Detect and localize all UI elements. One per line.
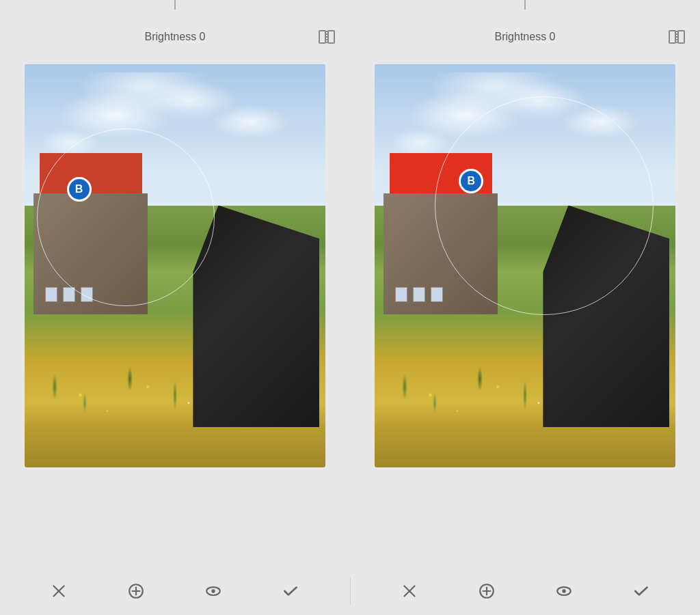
right-toolbar: [351, 577, 701, 605]
right-window-2: [413, 287, 425, 302]
svg-rect-4: [678, 31, 684, 43]
svg-rect-0: [319, 31, 325, 43]
left-compare-icon[interactable]: [317, 27, 336, 46]
left-panel-header: Brightness 0: [14, 10, 336, 57]
right-house-windows: [395, 287, 487, 302]
svg-rect-3: [669, 31, 675, 43]
divider-top-left: [174, 0, 176, 10]
left-add-button[interactable]: [122, 577, 150, 605]
right-eye-button[interactable]: [550, 577, 578, 605]
right-compare-icon[interactable]: [667, 27, 686, 46]
toolbar: [0, 567, 700, 615]
left-circle-overlay[interactable]: [37, 128, 215, 306]
svg-rect-1: [328, 31, 334, 43]
left-photo-frame[interactable]: B: [25, 64, 325, 467]
left-brightness-label: Brightness 0: [145, 31, 206, 43]
left-image-wrapper: B: [14, 57, 336, 567]
divider-top-right: [524, 0, 526, 10]
left-cancel-button[interactable]: [45, 577, 72, 605]
right-circle-overlay[interactable]: [435, 96, 654, 315]
right-confirm-button[interactable]: [628, 577, 655, 605]
right-brightness-label: Brightness 0: [495, 31, 556, 43]
right-window-1: [395, 287, 407, 302]
right-panel-header: Brightness 0: [364, 10, 686, 57]
left-window-1: [45, 287, 57, 302]
svg-point-19: [562, 589, 565, 592]
right-window-3: [431, 287, 443, 302]
left-eye-button[interactable]: [200, 577, 227, 605]
left-confirm-button[interactable]: [277, 577, 304, 605]
left-b-badge[interactable]: B: [67, 177, 92, 202]
right-add-button[interactable]: [473, 577, 500, 605]
right-image-wrapper: B: [364, 57, 686, 567]
right-photo-frame[interactable]: B: [375, 64, 675, 467]
left-toolbar: [0, 577, 350, 605]
right-cancel-button[interactable]: [396, 577, 423, 605]
svg-point-12: [211, 589, 215, 592]
left-panel: Brightness 0: [0, 10, 350, 567]
right-panel: Brightness 0: [350, 10, 700, 567]
